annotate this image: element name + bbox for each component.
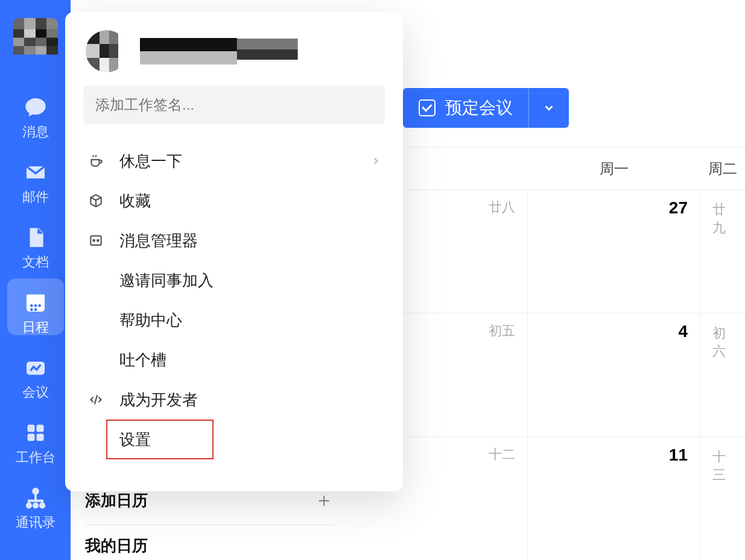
calendar-cell[interactable]: 27	[528, 190, 700, 313]
svg-point-2	[30, 304, 33, 307]
book-meeting-button[interactable]: 预定会议	[403, 88, 569, 128]
menu-item-label: 消息管理器	[119, 230, 198, 251]
svg-rect-10	[27, 434, 34, 441]
user-menu-list: 休息一下 收藏 消息管理器 邀请同事加入 帮助中心 吐个槽	[74, 141, 395, 459]
calendar-grid: 周一 周二 廿八27廿九28初五4初六5十二11十三12	[356, 147, 745, 560]
svg-point-17	[93, 240, 95, 242]
user-avatar[interactable]	[13, 18, 58, 63]
menu-item-label: 设置	[119, 429, 151, 450]
my-calendar-label: 我的日历	[85, 536, 148, 555]
calendar-cell[interactable]: 十三12	[700, 437, 745, 560]
grid-icon	[24, 421, 48, 445]
calendar-cell[interactable]: 11	[528, 437, 700, 560]
menu-item-help[interactable]: 帮助中心	[74, 300, 395, 340]
svg-rect-1	[27, 295, 45, 301]
org-chart-icon	[24, 486, 48, 510]
day-number: 11	[669, 445, 688, 560]
user-display-name	[140, 38, 382, 64]
nav-item-mail[interactable]: 邮件	[0, 152, 71, 217]
user-menu-popover: 休息一下 收藏 消息管理器 邀请同事加入 帮助中心 吐个槽	[65, 12, 403, 491]
document-icon	[24, 225, 48, 250]
weekday-tue: 周二	[700, 148, 745, 190]
nav-item-docs[interactable]: 文档	[0, 217, 71, 282]
menu-item-label: 吐个槽	[119, 350, 166, 371]
my-calendar-row[interactable]: 我的日历	[85, 535, 334, 556]
day-number: 27	[669, 198, 688, 313]
calendar-toolbar: 预定会议	[403, 88, 569, 128]
nav-label: 日程	[22, 318, 49, 336]
nav-rail: 消息 邮件 文档 日程 会议 工作台 通讯录	[0, 0, 71, 560]
nav-item-contacts[interactable]: 通讯录	[0, 477, 71, 543]
svg-point-6	[34, 308, 37, 311]
nav-label: 邮件	[22, 188, 49, 206]
menu-item-label: 收藏	[119, 190, 151, 212]
calendar-header: 周一 周二	[356, 148, 745, 190]
book-meeting-main[interactable]: 预定会议	[403, 88, 529, 128]
chevron-down-icon	[542, 101, 556, 115]
cup-icon	[87, 153, 105, 169]
menu-item-label: 邀请同事加入	[119, 270, 214, 291]
svg-rect-8	[27, 425, 34, 432]
menu-item-developer[interactable]: 成为开发者	[74, 380, 395, 420]
nav-item-meeting[interactable]: 会议	[0, 347, 71, 412]
avatar-icon	[86, 30, 128, 72]
add-calendar-row[interactable]: 添加日历 ＋	[85, 487, 334, 525]
msgmgr-icon	[87, 233, 105, 248]
lunar-label: 廿八	[489, 198, 515, 313]
book-meeting-label: 预定会议	[445, 96, 513, 119]
menu-item-invite[interactable]: 邀请同事加入	[74, 260, 395, 300]
nav-label: 文档	[22, 253, 49, 271]
nav-label: 会议	[22, 383, 49, 401]
svg-rect-9	[36, 425, 43, 432]
box-icon	[87, 193, 105, 209]
chat-bubble-icon	[24, 95, 48, 119]
svg-point-13	[27, 504, 30, 508]
menu-item-label: 休息一下	[119, 151, 182, 172]
meeting-icon	[24, 356, 48, 380]
code-icon	[87, 392, 105, 407]
book-meeting-dropdown[interactable]	[529, 101, 569, 115]
user-profile-row[interactable]	[74, 30, 395, 86]
checkbox-checked-icon	[419, 99, 436, 116]
svg-rect-16	[90, 236, 101, 245]
calendar-row: 初五4初六5	[356, 313, 745, 437]
nav-item-messages[interactable]: 消息	[0, 87, 71, 152]
svg-point-14	[33, 504, 37, 508]
calendar-icon	[24, 291, 48, 315]
svg-point-5	[30, 308, 33, 311]
nav-item-workbench[interactable]: 工作台	[0, 412, 71, 477]
svg-point-18	[97, 240, 99, 242]
work-signature-input[interactable]	[83, 86, 385, 124]
envelope-icon	[24, 160, 48, 184]
calendar-row: 廿八27廿九28	[356, 190, 745, 313]
calendar-cell[interactable]: 廿九28	[700, 190, 745, 313]
lunar-label: 廿九	[712, 201, 726, 313]
lunar-label: 十二	[489, 445, 515, 560]
nav-label: 通讯录	[16, 514, 55, 532]
menu-item-label: 帮助中心	[119, 310, 182, 331]
day-number: 4	[678, 322, 688, 436]
add-calendar-label: 添加日历	[85, 490, 148, 511]
menu-item-favorites[interactable]: 收藏	[74, 181, 395, 221]
svg-point-4	[38, 304, 41, 307]
chevron-right-icon	[370, 152, 381, 171]
nav-item-calendar[interactable]: 日程	[0, 282, 71, 347]
calendar-row: 十二11十三12	[356, 437, 745, 560]
svg-point-12	[33, 489, 38, 494]
calendar-cell[interactable]: 初六5	[700, 313, 745, 436]
svg-rect-11	[36, 434, 43, 441]
lunar-label: 初五	[489, 322, 515, 436]
menu-item-message-manager[interactable]: 消息管理器	[74, 221, 395, 260]
svg-point-15	[40, 504, 43, 508]
nav-label: 消息	[22, 123, 49, 141]
menu-item-rest[interactable]: 休息一下	[74, 141, 395, 181]
nav-label: 工作台	[16, 448, 55, 467]
lunar-label: 初六	[712, 324, 726, 436]
menu-item-feedback[interactable]: 吐个槽	[74, 340, 395, 380]
weekday-mon: 周一	[528, 148, 700, 190]
menu-item-label: 成为开发者	[119, 389, 198, 411]
lunar-label: 十三	[712, 448, 726, 560]
calendar-cell[interactable]: 4	[528, 313, 700, 436]
menu-item-settings[interactable]: 设置	[106, 420, 214, 459]
svg-point-3	[34, 304, 37, 307]
